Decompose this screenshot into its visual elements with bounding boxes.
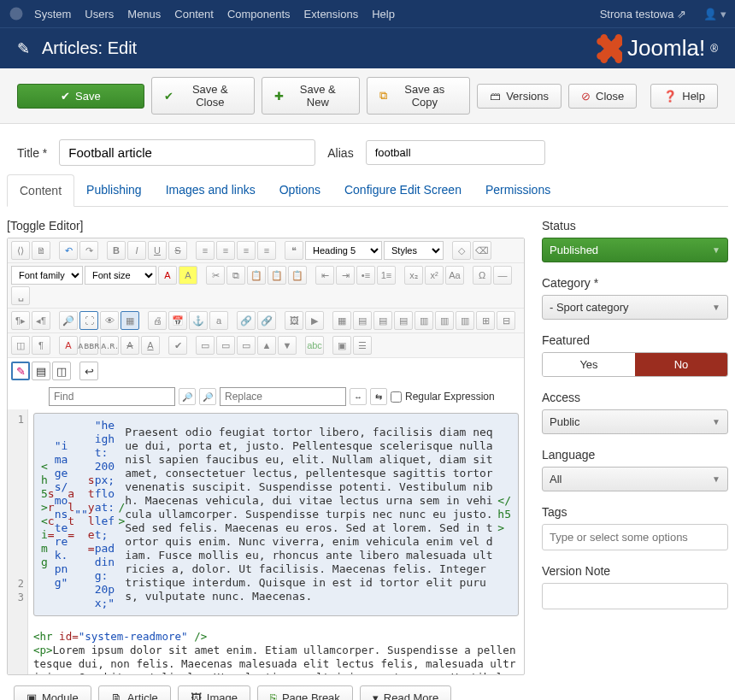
mode-visual-icon[interactable]: ▤ [32, 362, 50, 380]
cut-icon[interactable]: ✂ [206, 266, 225, 285]
eraser-icon[interactable]: ◇ [452, 241, 471, 260]
insert-readmore-button[interactable]: ▾Read More [360, 685, 451, 700]
row-after-icon[interactable]: ▤ [373, 311, 392, 330]
save-button[interactable]: ✔Save [17, 84, 144, 109]
regex-checkbox-label[interactable]: Regular Expression [391, 391, 495, 403]
save-copy-button[interactable]: ⧉Save as Copy [367, 77, 471, 115]
tab-content[interactable]: Content [7, 174, 74, 207]
tab-permissions[interactable]: Permissions [473, 174, 562, 206]
close-button[interactable]: ⊘Close [568, 84, 637, 109]
site-link[interactable]: Strona testowa ⇗ [600, 8, 687, 21]
sup-icon[interactable]: x² [425, 266, 444, 285]
styles-select[interactable]: Styles [384, 241, 444, 260]
find-input[interactable] [49, 387, 175, 406]
preview-icon[interactable]: 👁 [100, 311, 119, 330]
rtl-icon[interactable]: ◂¶ [32, 311, 50, 330]
title-input[interactable] [59, 139, 315, 166]
nbsp-icon[interactable]: ␣ [11, 286, 30, 305]
split-icon[interactable]: ⊟ [497, 311, 515, 330]
version-note-input[interactable] [542, 583, 728, 609]
nav-components[interactable]: Components [227, 8, 291, 21]
style-bold-icon[interactable]: A [59, 336, 78, 355]
ltr-icon[interactable]: ¶▸ [11, 311, 30, 330]
replace-icon[interactable]: ↔ [350, 388, 367, 405]
paste-icon[interactable]: 📋 [247, 266, 266, 285]
paste-text-icon[interactable]: 📋 [268, 266, 286, 285]
blocks-icon[interactable]: ▦ [121, 311, 139, 330]
regex-checkbox[interactable] [391, 391, 402, 403]
insert-image-button[interactable]: 🖼Image [178, 685, 250, 700]
underline-icon[interactable]: U [148, 241, 167, 260]
find-icon[interactable]: 🔎 [59, 311, 78, 330]
ul-icon[interactable]: •≡ [356, 266, 375, 285]
col-after-icon[interactable]: ▥ [435, 311, 454, 330]
span-icon[interactable]: ▭ [216, 336, 235, 355]
div-icon[interactable]: ▭ [196, 336, 215, 355]
spellcheck-icon[interactable]: ✔ [168, 336, 187, 355]
ins-icon[interactable]: A [141, 336, 160, 355]
media-icon[interactable]: ▶ [305, 311, 324, 330]
access-select[interactable]: Public▼ [542, 409, 728, 434]
clear-format-icon[interactable]: ⌫ [473, 241, 491, 260]
case-icon[interactable]: Aa [445, 266, 464, 285]
unlink-icon[interactable]: 🔗̸ [257, 311, 276, 330]
featured-toggle[interactable]: Yes No [542, 352, 728, 377]
help-button[interactable]: ❓Help [650, 84, 718, 109]
insert-pagebreak-button[interactable]: ⎘Page Break [257, 685, 353, 700]
acronym-icon[interactable]: ᴀ.ʀ. [100, 336, 119, 355]
find-next-icon[interactable]: 🔎 [179, 388, 196, 405]
category-select[interactable]: - Sport category▼ [542, 295, 728, 320]
undo-icon[interactable]: ↶ [59, 241, 78, 260]
bg-color-icon[interactable]: A [179, 266, 197, 285]
abbr-icon[interactable]: ᴀʙʙʀ [79, 336, 98, 355]
nav-menus[interactable]: Menus [127, 8, 161, 21]
tab-configure-edit[interactable]: Configure Edit Screen [332, 174, 473, 206]
sub-icon[interactable]: x₂ [404, 266, 423, 285]
status-select[interactable]: Published▼ [542, 238, 728, 262]
nav-extensions[interactable]: Extensions [304, 8, 359, 21]
layer-up-icon[interactable]: ▲ [257, 336, 276, 355]
show-blocks-icon[interactable]: ◫ [11, 336, 30, 355]
source-icon[interactable]: ⟨⟩ [11, 241, 30, 260]
insert-article-button[interactable]: 🗎Article [98, 685, 171, 700]
date-icon[interactable]: 📅 [168, 311, 187, 330]
fullscreen-icon[interactable]: ⛶ [79, 311, 98, 330]
replace-all-icon[interactable]: ⇆ [370, 388, 387, 405]
tab-publishing[interactable]: Publishing [74, 174, 154, 206]
del-col-icon[interactable]: ▥ [456, 311, 474, 330]
code-editor[interactable]: 1 2 3 <h5><img src="images/monsterek.png… [8, 409, 524, 674]
align-center-icon[interactable]: ≡ [216, 241, 235, 260]
template-icon[interactable]: abc [305, 336, 324, 355]
save-close-button[interactable]: ✔Save & Close [151, 77, 255, 115]
print-icon[interactable]: 🖨 [148, 311, 167, 330]
anchor-icon[interactable]: ⚓ [189, 311, 208, 330]
layer-down-icon[interactable]: ▼ [278, 336, 297, 355]
mode-split-icon[interactable]: ◫ [52, 362, 71, 380]
save-new-button[interactable]: ✚Save & New [262, 77, 360, 115]
tab-options[interactable]: Options [268, 174, 332, 206]
wrap-icon[interactable]: ↩ [79, 362, 98, 380]
indent-icon[interactable]: ⇥ [336, 266, 355, 285]
nav-system[interactable]: System [34, 8, 71, 21]
align-left-icon[interactable]: ≡ [196, 241, 215, 260]
replace-input[interactable] [220, 387, 346, 406]
tags-input[interactable] [542, 524, 728, 550]
bold-icon[interactable]: B [107, 241, 126, 260]
nav-users[interactable]: Users [85, 8, 114, 21]
newdoc-icon[interactable]: 🗎 [32, 241, 50, 260]
insert-module-button[interactable]: ▣Module [14, 685, 91, 700]
code-body[interactable]: <h5><img src="images/monsterek.png" alt=… [28, 409, 524, 674]
featured-yes[interactable]: Yes [543, 353, 635, 376]
show-para-icon[interactable]: ¶ [32, 336, 50, 355]
quote-icon[interactable]: ❝ [285, 241, 303, 260]
font-size-select[interactable]: Font size [85, 266, 156, 285]
nav-content[interactable]: Content [174, 8, 214, 21]
redo-icon[interactable]: ↷ [79, 241, 98, 260]
lang-icon[interactable]: a [209, 311, 228, 330]
nav-help[interactable]: Help [372, 8, 395, 21]
table-icon[interactable]: ▦ [332, 311, 351, 330]
mode-code-icon[interactable]: ✎ [11, 362, 30, 380]
language-select[interactable]: All▼ [542, 467, 728, 491]
readmore-icon[interactable]: ☰ [353, 336, 372, 355]
align-justify-icon[interactable]: ≡ [257, 241, 276, 260]
